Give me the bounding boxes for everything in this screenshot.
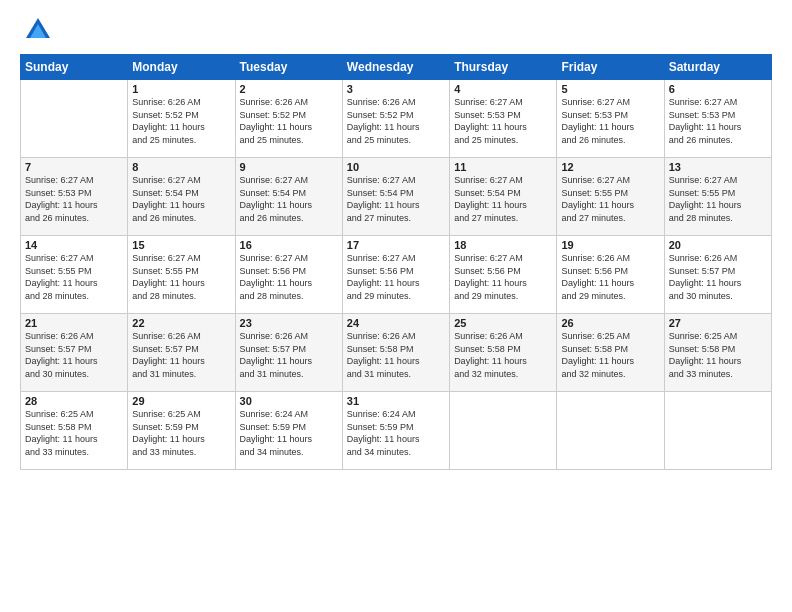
calendar-cell: 21Sunrise: 6:26 AMSunset: 5:57 PMDayligh… — [21, 314, 128, 392]
calendar-cell: 25Sunrise: 6:26 AMSunset: 5:58 PMDayligh… — [450, 314, 557, 392]
day-number: 10 — [347, 161, 445, 173]
day-info: Sunrise: 6:27 AMSunset: 5:55 PMDaylight:… — [132, 252, 230, 302]
day-info: Sunrise: 6:27 AMSunset: 5:54 PMDaylight:… — [240, 174, 338, 224]
calendar-cell: 15Sunrise: 6:27 AMSunset: 5:55 PMDayligh… — [128, 236, 235, 314]
calendar-cell: 5Sunrise: 6:27 AMSunset: 5:53 PMDaylight… — [557, 80, 664, 158]
header-cell-tuesday: Tuesday — [235, 55, 342, 80]
day-number: 16 — [240, 239, 338, 251]
day-info: Sunrise: 6:27 AMSunset: 5:53 PMDaylight:… — [25, 174, 123, 224]
calendar-cell: 10Sunrise: 6:27 AMSunset: 5:54 PMDayligh… — [342, 158, 449, 236]
day-number: 24 — [347, 317, 445, 329]
calendar-cell — [557, 392, 664, 470]
week-row-3: 14Sunrise: 6:27 AMSunset: 5:55 PMDayligh… — [21, 236, 772, 314]
day-info: Sunrise: 6:26 AMSunset: 5:56 PMDaylight:… — [561, 252, 659, 302]
calendar-cell: 19Sunrise: 6:26 AMSunset: 5:56 PMDayligh… — [557, 236, 664, 314]
week-row-4: 21Sunrise: 6:26 AMSunset: 5:57 PMDayligh… — [21, 314, 772, 392]
day-number: 3 — [347, 83, 445, 95]
day-info: Sunrise: 6:27 AMSunset: 5:56 PMDaylight:… — [240, 252, 338, 302]
day-number: 30 — [240, 395, 338, 407]
calendar-header: SundayMondayTuesdayWednesdayThursdayFrid… — [21, 55, 772, 80]
header-cell-monday: Monday — [128, 55, 235, 80]
day-number: 6 — [669, 83, 767, 95]
day-info: Sunrise: 6:27 AMSunset: 5:55 PMDaylight:… — [25, 252, 123, 302]
week-row-2: 7Sunrise: 6:27 AMSunset: 5:53 PMDaylight… — [21, 158, 772, 236]
calendar-cell — [21, 80, 128, 158]
calendar-cell: 28Sunrise: 6:25 AMSunset: 5:58 PMDayligh… — [21, 392, 128, 470]
day-info: Sunrise: 6:25 AMSunset: 5:58 PMDaylight:… — [25, 408, 123, 458]
day-info: Sunrise: 6:27 AMSunset: 5:53 PMDaylight:… — [561, 96, 659, 146]
day-info: Sunrise: 6:27 AMSunset: 5:54 PMDaylight:… — [132, 174, 230, 224]
day-number: 29 — [132, 395, 230, 407]
day-number: 31 — [347, 395, 445, 407]
day-number: 27 — [669, 317, 767, 329]
day-info: Sunrise: 6:25 AMSunset: 5:58 PMDaylight:… — [669, 330, 767, 380]
day-info: Sunrise: 6:27 AMSunset: 5:56 PMDaylight:… — [347, 252, 445, 302]
calendar-body: 1Sunrise: 6:26 AMSunset: 5:52 PMDaylight… — [21, 80, 772, 470]
calendar-cell: 20Sunrise: 6:26 AMSunset: 5:57 PMDayligh… — [664, 236, 771, 314]
day-info: Sunrise: 6:26 AMSunset: 5:57 PMDaylight:… — [132, 330, 230, 380]
day-info: Sunrise: 6:26 AMSunset: 5:57 PMDaylight:… — [240, 330, 338, 380]
day-number: 14 — [25, 239, 123, 251]
day-number: 1 — [132, 83, 230, 95]
day-info: Sunrise: 6:26 AMSunset: 5:58 PMDaylight:… — [347, 330, 445, 380]
header — [20, 16, 772, 44]
day-info: Sunrise: 6:27 AMSunset: 5:53 PMDaylight:… — [669, 96, 767, 146]
day-info: Sunrise: 6:27 AMSunset: 5:54 PMDaylight:… — [454, 174, 552, 224]
calendar-cell — [664, 392, 771, 470]
logo — [20, 16, 52, 44]
day-number: 21 — [25, 317, 123, 329]
calendar-cell: 23Sunrise: 6:26 AMSunset: 5:57 PMDayligh… — [235, 314, 342, 392]
day-number: 23 — [240, 317, 338, 329]
calendar-cell: 30Sunrise: 6:24 AMSunset: 5:59 PMDayligh… — [235, 392, 342, 470]
header-cell-wednesday: Wednesday — [342, 55, 449, 80]
day-info: Sunrise: 6:27 AMSunset: 5:54 PMDaylight:… — [347, 174, 445, 224]
calendar-cell: 1Sunrise: 6:26 AMSunset: 5:52 PMDaylight… — [128, 80, 235, 158]
day-info: Sunrise: 6:25 AMSunset: 5:58 PMDaylight:… — [561, 330, 659, 380]
day-number: 7 — [25, 161, 123, 173]
calendar-cell: 11Sunrise: 6:27 AMSunset: 5:54 PMDayligh… — [450, 158, 557, 236]
calendar-cell: 29Sunrise: 6:25 AMSunset: 5:59 PMDayligh… — [128, 392, 235, 470]
day-number: 12 — [561, 161, 659, 173]
header-cell-sunday: Sunday — [21, 55, 128, 80]
calendar-cell: 31Sunrise: 6:24 AMSunset: 5:59 PMDayligh… — [342, 392, 449, 470]
day-info: Sunrise: 6:26 AMSunset: 5:57 PMDaylight:… — [669, 252, 767, 302]
day-number: 28 — [25, 395, 123, 407]
calendar-cell: 2Sunrise: 6:26 AMSunset: 5:52 PMDaylight… — [235, 80, 342, 158]
day-number: 18 — [454, 239, 552, 251]
day-number: 17 — [347, 239, 445, 251]
day-number: 13 — [669, 161, 767, 173]
day-info: Sunrise: 6:26 AMSunset: 5:52 PMDaylight:… — [132, 96, 230, 146]
calendar-cell — [450, 392, 557, 470]
day-info: Sunrise: 6:26 AMSunset: 5:52 PMDaylight:… — [347, 96, 445, 146]
day-number: 5 — [561, 83, 659, 95]
day-number: 9 — [240, 161, 338, 173]
day-info: Sunrise: 6:26 AMSunset: 5:58 PMDaylight:… — [454, 330, 552, 380]
day-number: 11 — [454, 161, 552, 173]
calendar-cell: 22Sunrise: 6:26 AMSunset: 5:57 PMDayligh… — [128, 314, 235, 392]
calendar-table: SundayMondayTuesdayWednesdayThursdayFrid… — [20, 54, 772, 470]
day-number: 2 — [240, 83, 338, 95]
calendar-cell: 13Sunrise: 6:27 AMSunset: 5:55 PMDayligh… — [664, 158, 771, 236]
page: SundayMondayTuesdayWednesdayThursdayFrid… — [0, 0, 792, 612]
calendar-cell: 6Sunrise: 6:27 AMSunset: 5:53 PMDaylight… — [664, 80, 771, 158]
day-info: Sunrise: 6:27 AMSunset: 5:55 PMDaylight:… — [561, 174, 659, 224]
day-number: 25 — [454, 317, 552, 329]
logo-icon — [24, 16, 52, 44]
day-number: 22 — [132, 317, 230, 329]
calendar-cell: 12Sunrise: 6:27 AMSunset: 5:55 PMDayligh… — [557, 158, 664, 236]
day-info: Sunrise: 6:27 AMSunset: 5:53 PMDaylight:… — [454, 96, 552, 146]
day-info: Sunrise: 6:24 AMSunset: 5:59 PMDaylight:… — [240, 408, 338, 458]
calendar-cell: 17Sunrise: 6:27 AMSunset: 5:56 PMDayligh… — [342, 236, 449, 314]
header-cell-saturday: Saturday — [664, 55, 771, 80]
calendar-cell: 3Sunrise: 6:26 AMSunset: 5:52 PMDaylight… — [342, 80, 449, 158]
calendar-cell: 18Sunrise: 6:27 AMSunset: 5:56 PMDayligh… — [450, 236, 557, 314]
day-info: Sunrise: 6:26 AMSunset: 5:52 PMDaylight:… — [240, 96, 338, 146]
calendar-cell: 27Sunrise: 6:25 AMSunset: 5:58 PMDayligh… — [664, 314, 771, 392]
calendar-cell: 4Sunrise: 6:27 AMSunset: 5:53 PMDaylight… — [450, 80, 557, 158]
day-number: 8 — [132, 161, 230, 173]
calendar-cell: 8Sunrise: 6:27 AMSunset: 5:54 PMDaylight… — [128, 158, 235, 236]
week-row-5: 28Sunrise: 6:25 AMSunset: 5:58 PMDayligh… — [21, 392, 772, 470]
day-number: 19 — [561, 239, 659, 251]
day-number: 20 — [669, 239, 767, 251]
header-row: SundayMondayTuesdayWednesdayThursdayFrid… — [21, 55, 772, 80]
